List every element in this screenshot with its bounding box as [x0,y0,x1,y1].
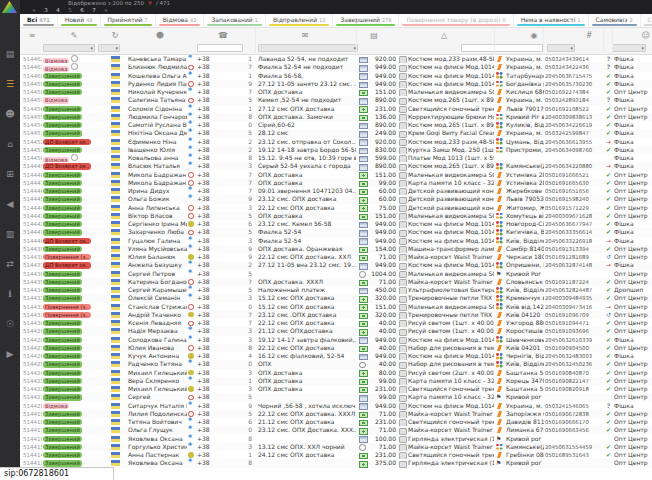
tab-accepted[interactable]: Прийнятий7 [101,14,156,27]
column-manager-icon[interactable]: ☺ [642,29,650,42]
column-comment-icon[interactable]: ✉ [302,29,309,42]
table-row[interactable]: 514447ЗавершенийМикола Бадражан+387ОПХ д… [20,179,652,187]
tracking-number[interactable]: 0501692274384 [545,88,602,96]
client-phone[interactable]: +38 [197,187,237,195]
column-sync-icon[interactable]: ↻ [112,29,119,42]
table-row[interactable]: 514425ЗавершенийРадченко Тетяна*+380ОПХ4… [20,360,652,368]
client-phone[interactable]: +38 [197,261,237,269]
table-row[interactable]: 514429ЗавершенийНадія Мерзаєва*+38321.12… [20,327,652,335]
pagination-first-icon[interactable]: « [28,7,40,14]
tab-completed[interactable]: Завершений278 [333,14,399,27]
tracking-number[interactable]: 20450632450236 [545,360,602,368]
table-row[interactable]: 514424ЗавершенийМихаил Гилецький+383ОПХ … [20,369,652,377]
client-phone[interactable]: +38 [197,451,237,459]
table-row[interactable]: 514440ДО Возврат ок..Гуцалюк Галина*+383… [20,237,652,245]
tracking-number[interactable]: 20450632874148 [545,261,602,269]
sidebar-settings-icon[interactable]: ⇄ [0,249,20,279]
client-phone[interactable]: +38 [197,418,237,426]
sidebar-info-icon[interactable]: ℹ [0,279,20,309]
table-row[interactable]: 514421ЗавершенийСергей+38599.00Карта пам… [20,393,652,401]
table-row[interactable]: 514420ВідмоваСитарчук Наталія Гр...*+389… [20,402,652,410]
tracking-number[interactable]: 0501690840870 [545,369,602,377]
tracking-number[interactable]: 0501690663456 [545,426,602,434]
client-phone[interactable]: +38 [197,63,237,71]
table-row[interactable]: 514457ВідмоваСалегина Татьяна С...+385Ке… [20,96,652,104]
pagination-page-7[interactable]: 7 [88,7,100,14]
tracking-number[interactable]: 0501690666170 [545,418,602,426]
client-phone[interactable]: +38 [197,435,237,443]
sidebar-announce-icon[interactable]: ◀ [0,189,20,219]
table-row[interactable]: 514414ЗавершенийАнна Пастернак+38124.12 … [20,451,652,459]
client-phone[interactable]: +38 [197,96,237,104]
column-location-icon[interactable]: ◉ [531,29,538,42]
table-row[interactable]: 514449ДО Возврат ок..Власюк Наталья*+383… [20,162,652,170]
table-row[interactable]: 514426ЗавершенийКучук Антонина+38416.12 … [20,352,652,360]
tracking-number[interactable]: 20400309671628 [545,212,602,220]
sidebar-stats-icon[interactable]: ▥ [0,219,20,249]
filter-phone-input[interactable] [197,44,243,52]
table-row[interactable]: 514416ЗавершенийЯковлева Оксана*+388100.… [20,435,652,443]
tracking-number[interactable]: 0501690820918 [545,385,602,393]
client-phone[interactable]: +38 [197,237,237,245]
filter-status[interactable]: ▾ [43,44,95,52]
tracking-number[interactable]: 0501691665630 [545,179,602,187]
table-row[interactable]: 514450ВідмоваКовальова анна*+38815.12. 9… [20,154,652,162]
tracking-number[interactable]: 0501691666521 [545,171,602,179]
column-id-icon[interactable]: ≡ [29,29,36,42]
tracking-number[interactable]: 0501690904500 [545,344,602,352]
sidebar-clients-icon[interactable]: ☻ [0,99,20,129]
tab-all[interactable]: Всі471 [20,14,58,27]
client-phone[interactable]: +38 [197,55,237,63]
tab-packed[interactable]: Запакований1 [204,14,266,27]
tab-return-in-transit[interactable]: Повернення товару (в дорозі)0 [399,14,513,27]
tracking-number[interactable]: 0501690822147 [545,377,602,385]
column-ttn-icon[interactable]: # [586,29,593,42]
table-row[interactable]: 514432Повернення (з..Станіслав Стрижак+3… [20,303,652,311]
tracking-number[interactable]: 20400309473416 [545,303,602,311]
sidebar-company-icon[interactable]: ⌂ [0,129,20,159]
tracking-number[interactable]: 0501689531643 [545,451,602,459]
tracking-number[interactable]: 0501691651656 [545,187,602,195]
tracking-number[interactable]: 20450634098760 [545,146,602,154]
tracking-number[interactable]: 0501691187224 [545,278,602,286]
tab-services[interactable]: Сервіси0 [641,14,652,27]
tracking-number[interactable]: 20450633356614 [545,228,602,236]
table-row[interactable]: 514460ЗавершенийКошелева Ольга Ар...*+38… [20,72,652,80]
table-row[interactable]: 514427ЗавершенийЮлия Иванова+38822.12 см… [20,344,652,352]
table-row[interactable]: 514459ЗавершенийРуденко Лидия Пав...+389… [20,80,652,88]
client-phone[interactable]: +38 [197,129,237,137]
tracking-number[interactable]: 0501691281689 [545,253,602,261]
tab-pickup[interactable]: Самовивіз2 [589,14,641,27]
tracking-number[interactable]: 0501691598240 [545,195,602,203]
table-row[interactable]: 514448ЗавершенийМикола Бадражан+387ОПХ д… [20,171,652,179]
column-phone-icon[interactable]: ☎ [218,29,228,42]
sidebar-video-icon[interactable]: ▶ [0,339,20,369]
table-row[interactable]: 514443ЗавершенийВіктор Власов+385ОПХ дос… [20,212,652,220]
client-phone[interactable]: +38 [197,220,237,228]
sidebar-orders-icon[interactable]: ☰ [0,69,20,99]
client-phone[interactable]: +38 [197,179,237,187]
sidebar-globe-icon[interactable]: ☉ [0,309,20,339]
table-row[interactable]: 514462ВідмоваКаневська Тамара ...*+381Ла… [20,55,652,63]
client-phone[interactable]: +38 [197,369,237,377]
table-row[interactable]: 514439ЗавершенийУляна Мусійовська*+389ОП… [20,245,652,253]
sidebar-products-icon[interactable]: ⊞ [0,159,20,189]
tracking-number[interactable]: 20400309838613 [545,113,602,121]
table-row[interactable]: 514418ЗавершенийТетяна Войтович*+38621.1… [20,418,652,426]
table-row[interactable]: 514454ЗавершенийСамотій Руслана Во...*+3… [20,121,652,129]
table-row[interactable]: 514423ЗавершенийВера Скляренко*+381ОПХ д… [20,377,652,385]
tracking-number[interactable]: 0501690672838 [545,410,602,418]
client-phone[interactable]: +38 [197,311,237,319]
client-phone[interactable]: +38 [197,138,237,146]
tracking-number[interactable]: 20450632610339 [545,336,602,344]
client-phone[interactable]: +38 [197,402,237,410]
table-row[interactable]: 514415ЗавершенийГоргулько Христина...*+3… [20,443,652,451]
client-phone[interactable]: +38 [197,344,237,352]
tab-out-of-stock[interactable]: Нема в наявності1 [514,14,589,27]
tracking-number[interactable]: 20450632483003 [545,352,602,360]
tracking-number[interactable]: 20450635730230 [545,80,602,88]
table-row[interactable]: 514435ЗавершенийКатерина Богданова+387ОП… [20,278,652,286]
client-phone[interactable]: +38 [197,377,237,385]
client-phone[interactable]: +38 [197,278,237,286]
client-phone[interactable]: +38 [197,146,237,154]
